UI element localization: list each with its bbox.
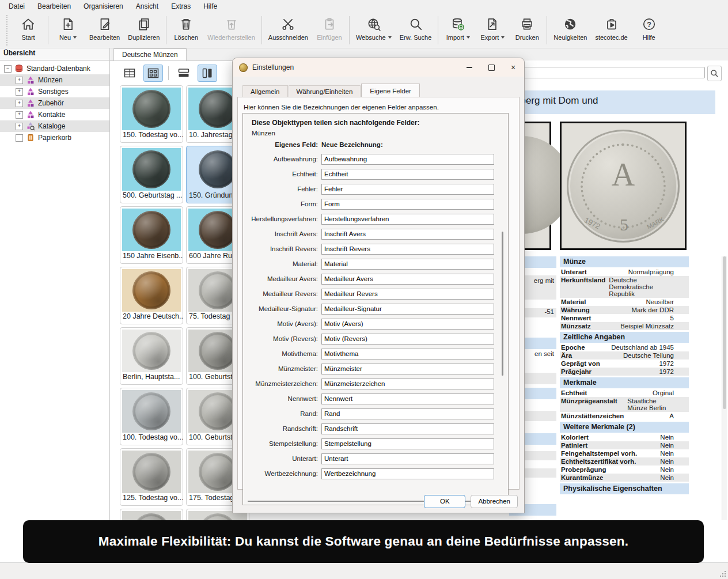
toolbar-button[interactable]: Wiederherstellen — [203, 13, 259, 48]
tree-item-database[interactable]: − Standard-Datenbank — [0, 63, 109, 74]
toolbar-button[interactable] — [261, 16, 262, 44]
tree-item[interactable]: + Münzen — [0, 74, 109, 86]
coin-cell[interactable] — [120, 509, 183, 520]
toolbar-drag-handle[interactable] — [6, 15, 10, 46]
expand-icon[interactable]: + — [16, 100, 23, 107]
tree-item[interactable]: Papierkorb — [0, 132, 109, 143]
ok-button[interactable]: OK — [424, 495, 465, 508]
view-table-button[interactable] — [120, 65, 139, 82]
coin-cell[interactable]: 125. Todestag vo... — [120, 448, 183, 506]
cancel-button[interactable]: Abbrechen — [471, 495, 518, 508]
field-input[interactable] — [321, 319, 494, 330]
toolbar-button[interactable]: Export — [475, 13, 510, 48]
toolbar-button[interactable]: Erw. Suche — [396, 13, 436, 48]
coin-image-revers[interactable]: A 1972 5 MARK — [560, 122, 687, 250]
tree-item[interactable]: + Kontakte — [0, 109, 109, 120]
tree-item[interactable]: + Sonstiges — [0, 86, 109, 97]
expand-icon[interactable] — [16, 134, 23, 142]
groupbox-vscrollbar[interactable] — [502, 232, 503, 376]
coin-cell[interactable]: 20 Jahre Deutsch... — [120, 267, 183, 324]
coin-cell[interactable]: 100. Todestag vo... — [120, 388, 183, 445]
field-input[interactable] — [321, 364, 494, 374]
tab-deutsche-muenzen[interactable]: Deutsche Münzen — [113, 48, 187, 60]
toolbar-button[interactable]: Einfügen — [312, 13, 347, 48]
detail-value: 1972 — [659, 368, 674, 375]
toolbar-button[interactable]: Start — [11, 13, 46, 48]
dropdown-caret-icon — [501, 36, 505, 39]
field-input[interactable] — [321, 229, 494, 240]
menu-item[interactable]: Organisieren — [77, 1, 130, 12]
view-toolbar-separator — [168, 66, 169, 80]
tree-item[interactable]: + Kataloge — [0, 120, 109, 132]
field-input[interactable] — [321, 259, 494, 270]
field-input[interactable] — [321, 408, 494, 419]
toolbar-button[interactable]: Neu — [51, 13, 85, 48]
field-input[interactable] — [321, 304, 494, 315]
toolbar-button[interactable]: stecotec.de — [591, 13, 631, 48]
custom-field-row: Herstellungsverfahren: — [243, 211, 508, 226]
field-input[interactable] — [321, 438, 494, 449]
toolbar-button[interactable]: Duplizieren — [124, 13, 164, 48]
toolbar-button[interactable] — [547, 16, 547, 44]
toolbar-button[interactable]: Neuigkeiten — [549, 13, 591, 48]
menu-item[interactable]: Hilfe — [197, 1, 223, 12]
field-input[interactable] — [321, 453, 494, 464]
field-input[interactable] — [321, 169, 494, 180]
dialog-titlebar[interactable]: Einstellungen × — [233, 58, 524, 77]
toolbar-button[interactable]: Bearbeiten — [85, 13, 124, 48]
coin-cell[interactable]: 150 Jahre Eisenb... — [120, 206, 183, 264]
expand-icon[interactable]: + — [16, 123, 23, 130]
resize-grip-icon[interactable] — [720, 571, 726, 577]
dialog-tab[interactable]: Allgemein — [242, 85, 288, 97]
toolbar-button[interactable]: Import — [441, 13, 475, 48]
coin-cell[interactable]: 500. Geburtstag ... — [120, 146, 183, 203]
tree-item[interactable]: + Zubehör — [0, 97, 109, 109]
expand-icon[interactable]: + — [16, 88, 23, 96]
detail-row: Epoche Deutschland ab 1945 — [560, 343, 689, 351]
field-input[interactable] — [321, 334, 494, 345]
field-input[interactable] — [321, 393, 494, 404]
search-input[interactable] — [509, 67, 705, 78]
split-horizontal-button[interactable] — [174, 65, 194, 82]
close-button[interactable]: × — [502, 58, 524, 77]
expand-icon[interactable]: + — [16, 77, 23, 84]
field-input[interactable] — [321, 214, 494, 225]
dialog-tab[interactable]: Eigene Felder — [361, 84, 420, 98]
toolbar-button[interactable]: Websuche — [352, 13, 396, 48]
toolbar-button[interactable] — [349, 16, 350, 44]
toolbar-button[interactable] — [48, 16, 48, 44]
menu-item[interactable]: Ansicht — [130, 1, 165, 12]
menu-item[interactable]: Extras — [165, 1, 197, 12]
search-button[interactable] — [707, 66, 722, 81]
coin-cell[interactable]: Berlin, Hauptsta... — [120, 327, 183, 385]
field-input[interactable] — [321, 274, 494, 285]
toolbar-button[interactable] — [438, 16, 438, 44]
scrollbar-thumb[interactable] — [723, 256, 726, 409]
toolbar-button[interactable] — [166, 16, 166, 44]
toolbar-button[interactable]: ? Hilfe — [632, 13, 666, 48]
field-input[interactable] — [321, 244, 494, 255]
collapse-icon[interactable]: − — [4, 65, 12, 73]
maximize-button[interactable] — [480, 58, 502, 77]
dialog-tab[interactable]: Währung/Einheiten — [289, 85, 361, 97]
toolbar-button[interactable]: Ausschneiden — [264, 13, 312, 48]
menu-item[interactable]: Datei — [2, 1, 31, 12]
toolbar-button[interactable]: Drucken — [510, 13, 544, 48]
detail-scrollbar[interactable] — [722, 256, 727, 520]
menu-item[interactable]: Bearbeiten — [31, 1, 77, 12]
coin-cell[interactable]: 150. Todestag vo... — [120, 85, 183, 143]
field-input[interactable] — [321, 349, 494, 359]
expand-icon[interactable]: + — [16, 111, 23, 119]
toolbar-button[interactable]: Löschen — [169, 13, 203, 48]
split-vertical-button[interactable] — [198, 65, 217, 82]
dialog-footer: OK Abbrechen — [233, 490, 524, 513]
view-thumbnails-button[interactable] — [143, 65, 163, 82]
field-input[interactable] — [321, 289, 494, 300]
field-input[interactable] — [321, 199, 494, 210]
field-input[interactable] — [321, 154, 494, 165]
field-input[interactable] — [321, 184, 494, 195]
minimize-button[interactable] — [458, 58, 480, 77]
field-input[interactable] — [321, 423, 494, 434]
field-input[interactable] — [321, 468, 494, 479]
field-input[interactable] — [321, 379, 494, 389]
